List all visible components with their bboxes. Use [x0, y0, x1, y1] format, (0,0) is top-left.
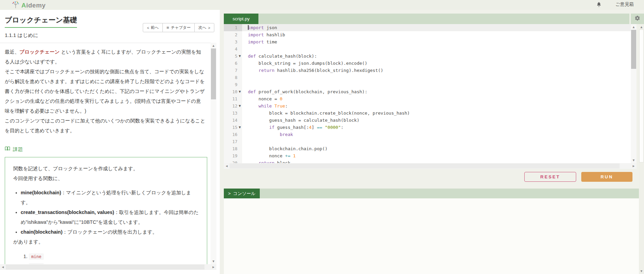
aidemy-logo[interactable]: Aidemy [12, 1, 46, 10]
emphasis-term: ブロックチェーン [20, 49, 60, 55]
chapter-menu-button[interactable]: ≡ チャプター [162, 23, 195, 32]
scroll-thumb[interactable] [230, 163, 620, 169]
step-item: mine [29, 253, 199, 260]
scroll-left-arrow[interactable]: ◀ [0, 264, 6, 270]
code-line: return hashlib.sha256(block_string).hexd… [242, 67, 631, 74]
reset-button[interactable]: RESET [524, 172, 576, 182]
fold-arrow-icon[interactable]: ▼ [237, 90, 242, 93]
assignment-intro-2: 今回使用する関数に、 [13, 174, 199, 183]
book-icon [5, 146, 10, 153]
scroll-up-arrow[interactable]: ▲ [631, 24, 637, 30]
scroll-down-arrow[interactable]: ▼ [631, 157, 637, 163]
code-line: import hashlib [242, 31, 631, 38]
content-horizontal-scrollbar[interactable]: ◀ ▶ [0, 264, 216, 270]
assignment-heading: 課題 [5, 146, 206, 153]
code-line: nonce = 0 [242, 95, 631, 102]
code-line: blockchain.chain.pop() [242, 145, 631, 152]
editor-settings-button[interactable] [631, 14, 644, 24]
scroll-right-arrow[interactable]: ▶ [211, 264, 216, 270]
lesson-panel: ブロックチェーン基礎 < 前へ ≡ チャプター 次へ > 1.1.1 はじめに … [0, 10, 220, 274]
assignment-box: 関数を記述して、ブロックチェーンを作成してみます。 今回使用する関数に、 min… [5, 157, 207, 264]
paragraph-2: そこで本講座ではブロックチェーンの技術的な側面に焦点を当て、コードでの実装をしな… [5, 67, 206, 116]
code-line: if guess_hash[:4] == "0000": [242, 124, 631, 131]
fold-arrow-icon[interactable]: ▼ [237, 104, 242, 107]
code-line [242, 74, 631, 81]
scroll-down-arrow[interactable]: ▼ [211, 258, 216, 264]
code-line [242, 81, 631, 88]
code-line [242, 138, 631, 145]
content-vertical-scrollbar[interactable]: ▲ ▼ [211, 43, 216, 264]
code-line: def calculate_hash(block): [242, 53, 631, 60]
code-line: block = blockchain.create_block(nonce, p… [242, 110, 631, 117]
brand-name: Aidemy [21, 2, 46, 9]
hamburger-icon: ≡ [167, 25, 169, 30]
app-root: Aidemy ご意見箱 ブロックチェーン基礎 < 前へ ≡ チャプター 次へ [0, 0, 644, 274]
scroll-up-arrow[interactable]: ▲ [639, 24, 644, 30]
console-header-bar [260, 189, 639, 198]
console-prompt-icon: > [228, 191, 231, 196]
chevron-left-icon: < [147, 26, 149, 30]
function-item: create_transactions(blockchain, values)：… [21, 208, 199, 227]
chapter-nav: < 前へ ≡ チャプター 次へ > [143, 23, 214, 32]
logo-tree-icon [12, 1, 20, 10]
function-item: chain(blockchain)：ブロックチェーンの状態を出力します。 [21, 227, 199, 237]
tab-script-py[interactable]: script.py [224, 14, 258, 24]
scroll-right-arrow[interactable]: ▶ [631, 163, 637, 169]
assignment-outro: があります。 [13, 237, 199, 247]
code-line: def proof_of_work(blockchain, previous_h… [242, 88, 631, 95]
app-header: Aidemy ご意見箱 [0, 0, 644, 10]
editor-vertical-scrollbar[interactable]: ▲ ▼ [631, 24, 637, 163]
paragraph-1: 最近、ブロックチェーン という言葉をよく耳にしますが、ブロックチェーンの実態を知… [5, 47, 206, 67]
code-line: return block [242, 159, 631, 163]
code-line: import time [242, 38, 631, 45]
code-line: guess_hash = calculate_hash(block) [242, 117, 631, 124]
feedback-link[interactable]: ご意見箱 [616, 1, 634, 7]
scroll-thumb[interactable] [639, 30, 644, 162]
code-line: nonce += 1 [242, 152, 631, 159]
prev-button[interactable]: < 前へ [143, 23, 163, 32]
notification-bell-icon[interactable] [596, 1, 602, 7]
scroll-up-arrow[interactable]: ▲ [211, 43, 216, 48]
editor-gutter: 12345▼678910▼1112▼131415▼1617181920 [224, 24, 242, 163]
scroll-down-arrow[interactable]: ▼ [639, 268, 644, 274]
scroll-left-arrow[interactable]: ◀ [224, 163, 230, 169]
scroll-thumb[interactable] [211, 48, 216, 99]
code-line: break [242, 131, 631, 138]
console-output[interactable] [224, 198, 639, 274]
editor-tabbar: script.py [224, 14, 629, 24]
paragraph-3: このコンテンツではこのコードに加えて他のいくつかの関数を実装できるようになること… [5, 116, 206, 136]
scroll-thumb[interactable] [631, 30, 636, 69]
code-line: import json [242, 24, 631, 31]
chevron-right-icon: > [208, 26, 210, 30]
section-heading: 1.1.1 はじめに [5, 32, 38, 39]
editor-horizontal-scrollbar[interactable]: ◀ ▶ [224, 163, 637, 169]
code-editor[interactable]: 12345▼678910▼1112▼131415▼1617181920 impo… [224, 24, 631, 163]
assignment-intro-1: 関数を記述して、ブロックチェーンを作成してみます。 [13, 164, 199, 174]
code-line: while True: [242, 102, 631, 110]
run-button[interactable]: RUN [581, 172, 632, 182]
editor-code: import jsonimport hashlibimport timedef … [242, 24, 631, 163]
step-list: minemine [13, 253, 199, 264]
fold-arrow-icon[interactable]: ▼ [237, 126, 242, 129]
pane-vertical-scrollbar[interactable]: ▲ ▼ [639, 24, 644, 274]
code-line [242, 45, 631, 53]
lesson-content: 最近、ブロックチェーン という言葉をよく耳にしますが、ブロックチェーンの実態を知… [0, 43, 211, 264]
next-button[interactable]: 次へ > [194, 23, 214, 32]
scroll-thumb[interactable] [6, 265, 204, 270]
code-line: block_string = json.dumps(block).encode(… [242, 60, 631, 67]
console-tab[interactable]: > コンソール [224, 189, 260, 198]
gear-icon [635, 15, 640, 22]
function-list: mine(blockchain)：マイニングという処理を行い新しくブロックを追加… [13, 188, 199, 237]
fold-arrow-icon[interactable]: ▼ [237, 55, 242, 58]
lesson-title: ブロックチェーン基礎 [5, 15, 77, 28]
function-item: mine(blockchain)：マイニングという処理を行い新しくブロックを追加… [21, 188, 199, 208]
